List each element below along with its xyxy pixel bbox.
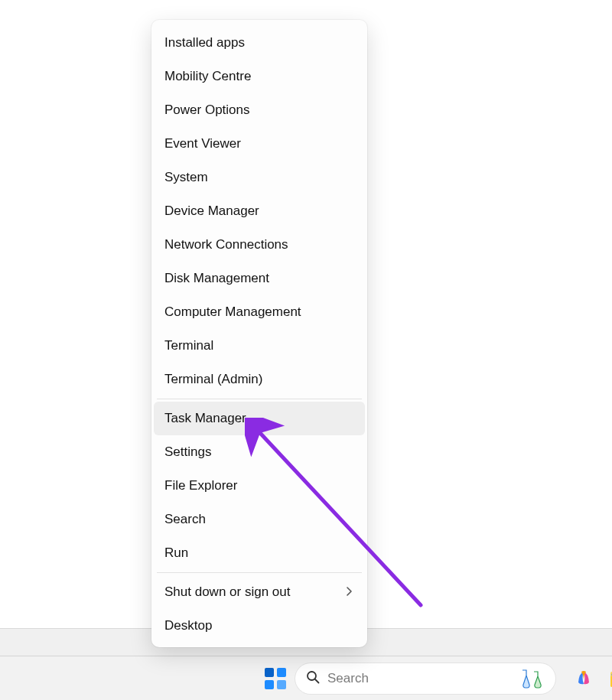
menu-item-desktop[interactable]: Desktop xyxy=(154,609,365,643)
menu-item-device-manager[interactable]: Device Manager xyxy=(154,194,365,228)
menu-item-label: Mobility Centre xyxy=(164,69,251,84)
menu-item-shutdown-signout[interactable]: Shut down or sign out xyxy=(154,575,365,609)
winx-context-menu: Installed apps Mobility Centre Power Opt… xyxy=(151,20,367,647)
menu-item-label: Network Connections xyxy=(164,237,288,252)
folder-icon xyxy=(609,669,612,689)
taskbar-search[interactable]: Search xyxy=(295,663,555,694)
menu-item-label: Search xyxy=(164,512,206,527)
menu-item-label: Shut down or sign out xyxy=(164,584,290,600)
windows-logo-icon xyxy=(265,668,286,689)
menu-separator xyxy=(157,572,362,573)
menu-item-label: Installed apps xyxy=(164,35,245,50)
menu-item-search[interactable]: Search xyxy=(154,503,365,536)
menu-item-task-manager[interactable]: Task Manager xyxy=(154,402,365,435)
menu-item-label: System xyxy=(164,170,208,185)
menu-item-label: Terminal (Admin) xyxy=(164,372,262,387)
menu-item-label: Desktop xyxy=(164,618,212,633)
menu-item-label: Task Manager xyxy=(164,411,246,426)
search-highlights-icon xyxy=(519,667,545,690)
search-placeholder: Search xyxy=(327,663,511,694)
menu-item-settings[interactable]: Settings xyxy=(154,435,365,469)
svg-point-1 xyxy=(308,672,316,680)
menu-item-disk-management[interactable]: Disk Management xyxy=(154,262,365,295)
menu-item-label: File Explorer xyxy=(164,478,237,493)
menu-item-installed-apps[interactable]: Installed apps xyxy=(154,26,365,60)
chevron-right-icon xyxy=(347,586,353,598)
taskbar-pinned xyxy=(568,663,612,695)
menu-item-label: Device Manager xyxy=(164,203,259,219)
menu-item-network-connections[interactable]: Network Connections xyxy=(154,228,365,262)
menu-item-terminal-admin[interactable]: Terminal (Admin) xyxy=(154,363,365,396)
menu-item-computer-management[interactable]: Computer Management xyxy=(154,295,365,329)
menu-separator xyxy=(157,399,362,399)
menu-item-label: Settings xyxy=(164,444,211,460)
search-icon xyxy=(306,670,320,687)
menu-item-label: Terminal xyxy=(164,338,213,353)
menu-item-system[interactable]: System xyxy=(154,161,365,194)
copilot-icon xyxy=(572,667,595,690)
menu-item-power-options[interactable]: Power Options xyxy=(154,93,365,127)
menu-item-mobility-centre[interactable]: Mobility Centre xyxy=(154,60,365,93)
copilot-button[interactable] xyxy=(568,663,600,695)
menu-item-label: Power Options xyxy=(164,103,250,118)
file-explorer-button[interactable] xyxy=(604,663,612,695)
start-button[interactable] xyxy=(265,663,286,694)
menu-item-run[interactable]: Run xyxy=(154,536,365,570)
menu-item-label: Disk Management xyxy=(164,271,269,286)
menu-item-event-viewer[interactable]: Event Viewer xyxy=(154,127,365,161)
menu-item-terminal[interactable]: Terminal xyxy=(154,329,365,363)
svg-line-2 xyxy=(315,679,319,683)
taskbar: Search xyxy=(0,656,612,700)
menu-item-label: Event Viewer xyxy=(164,136,241,151)
menu-item-label: Computer Management xyxy=(164,304,301,320)
menu-item-file-explorer[interactable]: File Explorer xyxy=(154,469,365,503)
menu-item-label: Run xyxy=(164,545,188,561)
